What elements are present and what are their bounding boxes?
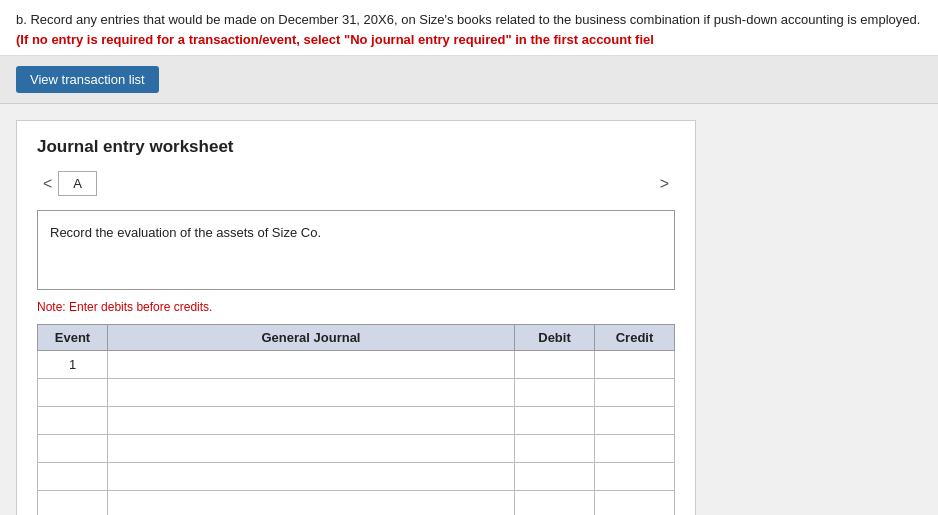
worksheet-card: Journal entry worksheet < A > Record the…: [16, 120, 696, 515]
table-row: [38, 379, 675, 407]
credit-input[interactable]: [595, 463, 674, 490]
general-journal-input[interactable]: [108, 463, 514, 490]
general-journal-input[interactable]: [108, 379, 514, 406]
nav-left-arrow[interactable]: <: [37, 173, 58, 195]
general-journal-input[interactable]: [108, 491, 514, 515]
header-general-journal: General Journal: [108, 325, 515, 351]
debit-cell[interactable]: [515, 351, 595, 379]
instruction-area: b. Record any entries that would be made…: [0, 0, 938, 56]
general-journal-cell[interactable]: [108, 379, 515, 407]
event-cell: [38, 491, 108, 516]
description-text: Record the evaluation of the assets of S…: [50, 225, 321, 240]
general-journal-cell[interactable]: [108, 351, 515, 379]
note-text: Note: Enter debits before credits.: [37, 300, 675, 314]
active-tab-a[interactable]: A: [58, 171, 97, 196]
credit-input[interactable]: [595, 351, 674, 378]
general-journal-input[interactable]: [108, 435, 514, 462]
general-journal-input[interactable]: [108, 351, 514, 378]
credit-cell[interactable]: [595, 379, 675, 407]
credit-cell[interactable]: [595, 407, 675, 435]
credit-cell[interactable]: [595, 351, 675, 379]
event-cell: [38, 379, 108, 407]
credit-cell[interactable]: [595, 463, 675, 491]
worksheet-container: Journal entry worksheet < A > Record the…: [0, 104, 938, 515]
general-journal-cell[interactable]: [108, 463, 515, 491]
journal-table: Event General Journal Debit Credit 1: [37, 324, 675, 515]
general-journal-cell[interactable]: [108, 407, 515, 435]
credit-input[interactable]: [595, 491, 674, 515]
event-cell: [38, 463, 108, 491]
debit-cell[interactable]: [515, 463, 595, 491]
debit-cell[interactable]: [515, 435, 595, 463]
toolbar: View transaction list: [0, 56, 938, 104]
event-cell: [38, 435, 108, 463]
worksheet-title: Journal entry worksheet: [37, 137, 675, 157]
view-transaction-list-button[interactable]: View transaction list: [16, 66, 159, 93]
debit-input[interactable]: [515, 407, 594, 434]
header-debit: Debit: [515, 325, 595, 351]
instruction-warning-text: (If no entry is required for a transacti…: [16, 32, 654, 47]
table-row: [38, 463, 675, 491]
debit-input[interactable]: [515, 379, 594, 406]
table-row: [38, 407, 675, 435]
debit-cell[interactable]: [515, 407, 595, 435]
description-box: Record the evaluation of the assets of S…: [37, 210, 675, 290]
event-cell: [38, 407, 108, 435]
credit-cell[interactable]: [595, 491, 675, 516]
debit-input[interactable]: [515, 351, 594, 378]
header-event: Event: [38, 325, 108, 351]
credit-cell[interactable]: [595, 435, 675, 463]
event-cell: 1: [38, 351, 108, 379]
debit-input[interactable]: [515, 435, 594, 462]
credit-input[interactable]: [595, 407, 674, 434]
debit-input[interactable]: [515, 491, 594, 515]
table-row: [38, 435, 675, 463]
credit-input[interactable]: [595, 379, 674, 406]
credit-input[interactable]: [595, 435, 674, 462]
table-header-row: Event General Journal Debit Credit: [38, 325, 675, 351]
debit-cell[interactable]: [515, 379, 595, 407]
nav-right-arrow[interactable]: >: [654, 173, 675, 195]
debit-input[interactable]: [515, 463, 594, 490]
general-journal-cell[interactable]: [108, 491, 515, 516]
instruction-main-text: b. Record any entries that would be made…: [16, 12, 920, 27]
table-row: [38, 491, 675, 516]
tab-navigation: < A >: [37, 171, 675, 196]
header-credit: Credit: [595, 325, 675, 351]
debit-cell[interactable]: [515, 491, 595, 516]
table-row: 1: [38, 351, 675, 379]
general-journal-input[interactable]: [108, 407, 514, 434]
general-journal-cell[interactable]: [108, 435, 515, 463]
